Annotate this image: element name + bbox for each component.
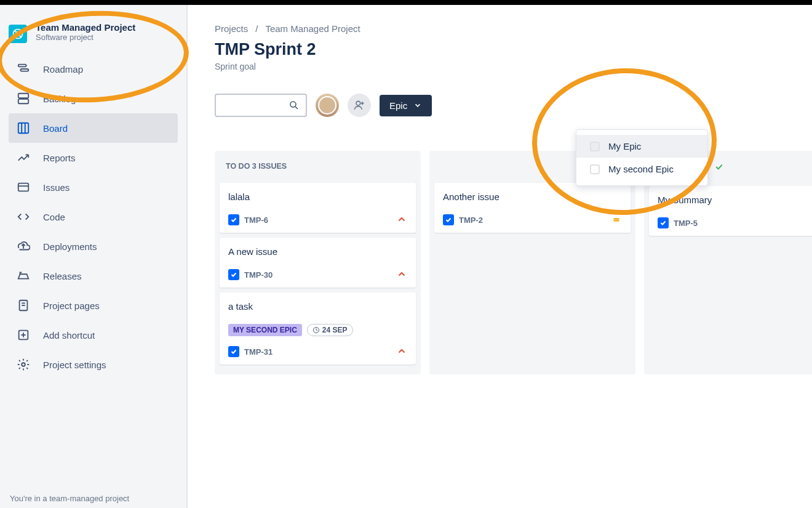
project-header[interactable]: Team Managed Project Software project — [0, 18, 186, 54]
svg-point-18 — [290, 102, 296, 107]
card[interactable]: Another issue TMP-2 — [434, 183, 631, 233]
search-input[interactable] — [215, 94, 307, 117]
svg-rect-4 — [18, 94, 29, 98]
clock-icon — [312, 326, 320, 334]
sidebar-item-code[interactable]: Code — [9, 202, 178, 232]
dropdown-label: My Epic — [608, 141, 641, 151]
nav-label: Backlog — [43, 94, 76, 104]
nav-label: Add shortcut — [43, 330, 95, 341]
priority-high-icon — [396, 346, 407, 357]
nav-label: Board — [43, 123, 68, 134]
card-key: TMP-6 — [244, 216, 268, 225]
card-key: TMP-31 — [244, 347, 273, 357]
sidebar-item-issues[interactable]: Issues — [9, 172, 178, 202]
lifebuoy-icon — [12, 28, 24, 40]
date-badge: 24 SEP — [307, 324, 353, 336]
sidebar-item-pages[interactable]: Project pages — [9, 291, 178, 320]
epic-filter-dropdown: My Epic My second Epic — [576, 129, 708, 186]
card[interactable]: My Summary TMP-5 — [649, 186, 812, 236]
epic-badge[interactable]: MY SECOND EPIC — [228, 324, 302, 336]
add-people-button[interactable] — [348, 94, 371, 117]
svg-rect-3 — [20, 69, 28, 71]
sidebar-item-shortcut[interactable]: Add shortcut — [9, 320, 178, 350]
task-type-icon — [658, 217, 669, 228]
settings-icon — [16, 357, 31, 372]
nav-list: Roadmap Backlog Board Reports Issues Cod… — [0, 54, 186, 379]
sidebar-item-reports[interactable]: Reports — [9, 143, 178, 172]
nav-label: Issues — [43, 182, 70, 193]
sidebar-item-board[interactable]: Board — [9, 113, 178, 143]
sidebar: Team Managed Project Software project Ro… — [0, 5, 188, 508]
breadcrumb-root[interactable]: Projects — [215, 23, 248, 34]
page-title: TMP Sprint 2 — [215, 40, 812, 59]
filter-label: Epic — [389, 100, 407, 111]
breadcrumb: Projects / Team Managed Project — [215, 23, 812, 34]
search-icon — [289, 100, 300, 111]
backlog-icon — [16, 91, 31, 106]
chevron-down-icon — [413, 101, 422, 110]
card-key: TMP-2 — [459, 216, 483, 225]
svg-rect-9 — [18, 183, 29, 192]
column-todo: TO DO 3 ISSUES lalala TMP-6 A new issue — [215, 151, 421, 374]
task-type-icon — [443, 214, 454, 225]
svg-point-17 — [22, 363, 25, 366]
project-avatar — [9, 25, 27, 43]
task-type-icon — [228, 214, 239, 225]
svg-point-20 — [356, 101, 360, 105]
breadcrumb-current[interactable]: Team Managed Project — [265, 23, 360, 34]
nav-label: Roadmap — [43, 64, 83, 75]
card-title: Another issue — [443, 192, 622, 202]
task-type-icon — [228, 346, 239, 357]
card-title: lalala — [228, 192, 407, 202]
dropdown-item-my-epic[interactable]: My Epic — [576, 135, 707, 158]
card-key: TMP-5 — [674, 219, 698, 228]
svg-rect-2 — [18, 65, 26, 67]
card[interactable]: A new issue TMP-30 — [220, 238, 416, 288]
project-name: Team Managed Project — [36, 22, 135, 33]
sidebar-item-settings[interactable]: Project settings — [9, 350, 178, 379]
svg-point-1 — [16, 32, 20, 36]
svg-rect-5 — [18, 99, 29, 103]
priority-high-icon — [396, 269, 407, 280]
card[interactable]: lalala TMP-6 — [220, 183, 416, 233]
nav-label: Reports — [43, 153, 76, 163]
svg-rect-6 — [18, 123, 29, 134]
epic-filter-button[interactable]: Epic — [380, 95, 432, 116]
checkbox[interactable] — [590, 142, 600, 151]
column-header-todo[interactable]: TO DO 3 ISSUES — [215, 151, 421, 178]
dropdown-item-my-second-epic[interactable]: My second Epic — [576, 158, 707, 180]
add-people-icon — [353, 99, 365, 111]
card-title: My Summary — [658, 195, 812, 205]
sidebar-footer: You're in a team-managed project — [0, 485, 139, 508]
issues-icon — [16, 180, 31, 195]
svg-line-19 — [295, 107, 298, 109]
nav-label: Releases — [43, 271, 82, 281]
main: Projects / Team Managed Project TMP Spri… — [188, 5, 812, 508]
nav-label: Project settings — [43, 360, 106, 370]
roadmap-icon — [16, 62, 31, 76]
user-avatar[interactable] — [316, 94, 339, 117]
card-key: TMP-30 — [244, 270, 273, 280]
dropdown-label: My second Epic — [608, 164, 674, 174]
releases-icon — [16, 268, 31, 283]
card-title: A new issue — [228, 246, 407, 257]
sidebar-item-deployments[interactable]: Deployments — [9, 232, 178, 261]
toolbar: Epic — [215, 94, 812, 117]
card[interactable]: a task MY SECOND EPIC 24 SEP TMP-31 — [220, 292, 416, 365]
sidebar-item-releases[interactable]: Releases — [9, 261, 178, 291]
checkbox[interactable] — [590, 164, 600, 174]
board: TO DO 3 ISSUES lalala TMP-6 A new issue — [215, 151, 812, 374]
sidebar-item-backlog[interactable]: Backlog — [9, 84, 178, 113]
nav-label: Project pages — [43, 300, 100, 311]
shortcut-icon — [16, 328, 31, 342]
board-icon — [16, 121, 31, 135]
task-type-icon — [228, 269, 239, 280]
nav-label: Deployments — [43, 241, 97, 252]
code-icon — [16, 209, 31, 224]
deployments-icon — [16, 239, 31, 254]
sidebar-item-roadmap[interactable]: Roadmap — [9, 54, 178, 84]
pages-icon — [16, 298, 31, 313]
priority-high-icon — [396, 214, 407, 225]
check-icon — [714, 162, 724, 174]
priority-medium-icon — [611, 214, 622, 225]
